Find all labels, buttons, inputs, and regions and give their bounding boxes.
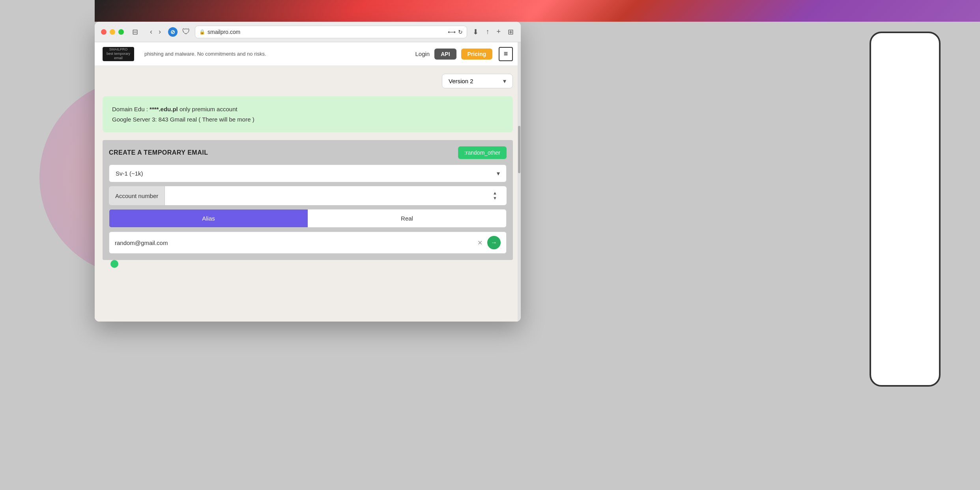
version-select[interactable]: Version 2 ▾ <box>442 74 513 88</box>
version-label: Version 2 <box>449 78 473 84</box>
alias-button[interactable]: Alias <box>109 209 308 227</box>
share-button[interactable]: ↑ <box>485 27 490 37</box>
browser-content: SMAILPRObest temporary email phishing an… <box>95 42 521 322</box>
site-nav: SMAILPRObest temporary email phishing an… <box>95 42 521 66</box>
grid-button[interactable]: ⊞ <box>507 27 514 37</box>
email-clear-button[interactable]: ✕ <box>477 238 483 247</box>
email-go-button[interactable]: → <box>487 236 501 249</box>
shield-icon: 🛡 <box>182 27 190 36</box>
site-logo: SMAILPRObest temporary email <box>103 47 134 61</box>
bottom-indicator <box>110 260 118 268</box>
url-text: smailpro.com <box>208 29 240 35</box>
create-email-title: CREATE A TEMPORARY EMAIL <box>109 149 208 156</box>
info-line1-prefix: Domain Edu : <box>112 106 150 112</box>
pricing-button[interactable]: Pricing <box>461 49 492 60</box>
type-toggle: Alias Real <box>109 209 507 228</box>
translate-icon: ⟷ <box>448 29 456 35</box>
info-line-2: Google Server 3: 843 Gmail real ( There … <box>112 114 503 125</box>
nav-arrows: ‹ › <box>148 27 163 37</box>
account-number-label: Account number <box>109 187 165 205</box>
chevron-down-icon: ▾ <box>503 77 506 85</box>
server-select[interactable]: Sv-1 (~1k) ▾ <box>109 165 507 182</box>
random-other-button[interactable]: :random_other <box>458 146 507 159</box>
minimize-button[interactable] <box>110 29 115 35</box>
create-email-header: CREATE A TEMPORARY EMAIL :random_other <box>109 146 507 159</box>
scrollbar-thumb[interactable] <box>518 126 520 173</box>
address-bar[interactable]: 🔒 smailpro.com ⟷ ↻ <box>195 26 467 38</box>
main-content: Version 2 ▾ Domain Edu : ****.edu.pl onl… <box>95 66 521 280</box>
back-button[interactable]: ‹ <box>148 27 155 37</box>
server-value: Sv-1 (~1k) <box>116 170 143 177</box>
forward-button[interactable]: › <box>156 27 163 37</box>
phone-mockup <box>870 32 941 387</box>
lock-icon: 🔒 <box>199 29 205 35</box>
download-button[interactable]: ⬇ <box>472 27 479 37</box>
logo-box: SMAILPRObest temporary email <box>103 47 134 61</box>
spinner-controls[interactable]: ▲ ▼ <box>490 191 500 200</box>
nav-description-text: phishing and malware. No commitments and… <box>144 51 266 57</box>
email-input[interactable] <box>115 239 473 246</box>
ad-blocker-icon[interactable]: ⊘ <box>168 27 178 37</box>
browser-window: ⊟ ‹ › ⊘ 🛡 🔒 smailpro.com ⟷ ↻ ⬇ ↑ + ⊞ SMA… <box>95 22 521 322</box>
info-box: Domain Edu : ****.edu.pl only premium ac… <box>103 96 513 132</box>
sidebar-toggle-button[interactable]: ⊟ <box>129 27 141 37</box>
account-row: Account number ▲ ▼ <box>109 186 507 205</box>
server-chevron-icon: ▾ <box>497 170 500 177</box>
browser-titlebar: ⊟ ‹ › ⊘ 🛡 🔒 smailpro.com ⟷ ↻ ⬇ ↑ + ⊞ <box>95 22 521 42</box>
email-input-row: ✕ → <box>109 232 507 254</box>
browser-actions: ⬇ ↑ + ⊞ <box>472 27 514 37</box>
nav-links: Login API Pricing <box>415 49 492 60</box>
spinner-down-icon[interactable]: ▼ <box>493 196 497 200</box>
info-line1-bold: ****.edu.pl <box>150 106 178 112</box>
reload-icon[interactable]: ↻ <box>458 29 463 35</box>
maximize-button[interactable] <box>118 29 124 35</box>
version-row: Version 2 ▾ <box>103 74 513 88</box>
logo-text: SMAILPRObest temporary email <box>103 47 134 60</box>
real-button[interactable]: Real <box>308 209 506 227</box>
menu-button[interactable]: ≡ <box>499 47 513 61</box>
login-button[interactable]: Login <box>415 50 430 57</box>
traffic-lights <box>101 29 124 35</box>
info-line1-suffix: only premium account <box>178 106 238 112</box>
new-tab-button[interactable]: + <box>496 27 501 37</box>
create-email-section: CREATE A TEMPORARY EMAIL :random_other S… <box>103 140 513 260</box>
spinner-up-icon[interactable]: ▲ <box>493 191 497 195</box>
info-line-1: Domain Edu : ****.edu.pl only premium ac… <box>112 104 503 114</box>
api-button[interactable]: API <box>434 49 456 60</box>
scrollbar[interactable] <box>518 42 521 322</box>
close-button[interactable] <box>101 29 107 35</box>
account-number-input[interactable]: ▲ ▼ <box>165 186 507 205</box>
top-decoration <box>95 0 980 22</box>
nav-description: phishing and malware. No commitments and… <box>140 51 409 57</box>
